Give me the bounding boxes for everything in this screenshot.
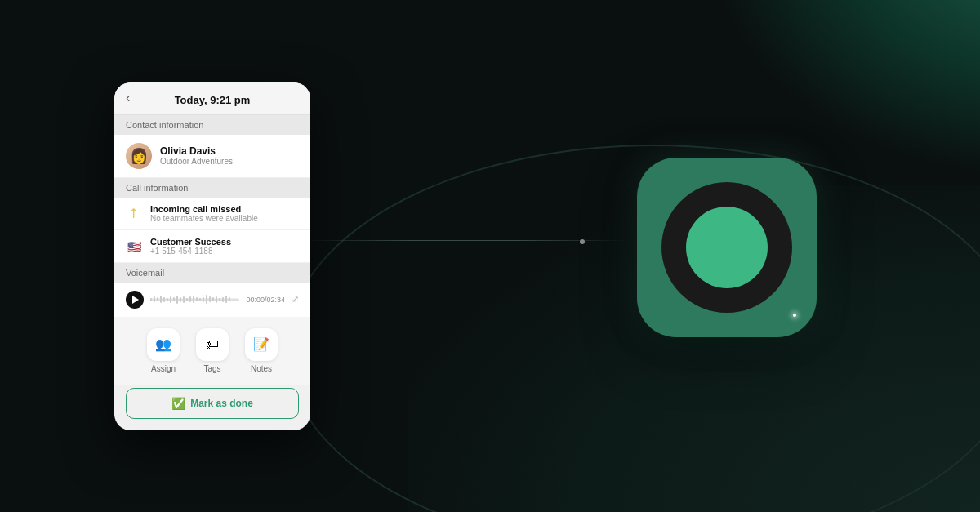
number-sub: +1 515-454-1188	[150, 247, 231, 256]
actions-row: 👥 Assign 🏷 Tags 📝 Notes	[114, 317, 310, 385]
play-icon	[132, 296, 139, 304]
waveform-bar	[216, 296, 217, 303]
contact-company: Outdoor Adventures	[160, 157, 233, 166]
card-title: Today, 9:21 pm	[175, 94, 251, 106]
number-main: Customer Success	[150, 237, 231, 247]
waveform-bar	[170, 296, 172, 303]
contact-row: 👩 Olivia Davis Outdoor Adventures	[114, 135, 310, 178]
waveform-bar	[225, 296, 227, 303]
waveform-bar	[199, 298, 201, 301]
assign-icon: 👥	[147, 328, 180, 361]
sparkle-icon	[793, 314, 796, 317]
waveform-bar	[193, 296, 194, 303]
back-button[interactable]: ‹	[126, 91, 130, 105]
checkmark-icon: ✅	[172, 397, 185, 410]
voicemail-player: 00:00/02:34 ⤢	[114, 283, 310, 317]
contact-info: Olivia Davis Outdoor Adventures	[160, 145, 233, 166]
waveform-bar	[154, 296, 155, 302]
number-row: 🇺🇸 Customer Success +1 515-454-1188	[114, 230, 310, 263]
avatar-face: 👩	[130, 147, 148, 165]
bg-curve	[286, 145, 980, 512]
call-section-label: Call information	[114, 178, 310, 198]
missed-call-sub: No teammates were available	[150, 214, 258, 223]
waveform-bar	[219, 298, 220, 301]
waveform-bar	[209, 296, 211, 302]
card-header: ‹ Today, 9:21 pm	[114, 82, 310, 115]
waveform-bar	[203, 297, 204, 302]
missed-arrow-icon: ↙	[125, 204, 144, 223]
waveform-bar	[206, 295, 207, 304]
mark-done-label: Mark as done	[190, 398, 253, 409]
notes-button[interactable]: 📝 Notes	[245, 328, 278, 373]
number-info: Customer Success +1 515-454-1188	[150, 237, 231, 256]
assign-label: Assign	[151, 364, 176, 373]
waveform-bar	[173, 297, 175, 301]
missed-call-icon: ↙	[126, 206, 142, 222]
waveform-bar	[160, 296, 162, 303]
app-icon-inner-circle	[686, 207, 768, 288]
waveform-bar	[157, 297, 158, 301]
waveform-bar	[167, 298, 168, 301]
missed-call-info: Incoming call missed No teammates were a…	[150, 204, 258, 223]
waveform-bar	[229, 297, 230, 301]
assign-button[interactable]: 👥 Assign	[147, 328, 180, 373]
phone-card: ‹ Today, 9:21 pm Contact information 👩 O…	[114, 82, 310, 430]
waveform-bar	[212, 297, 214, 301]
contact-section-label: Contact information	[114, 115, 310, 135]
waveform-bar	[180, 297, 181, 302]
connection-dot-right	[580, 239, 585, 244]
waveform-bar	[222, 297, 224, 302]
tags-button[interactable]: 🏷 Tags	[196, 328, 229, 373]
waveform-bar	[196, 297, 198, 301]
play-button[interactable]	[126, 291, 144, 309]
waveform-bar	[189, 296, 191, 302]
voicemail-section-label: Voicemail	[114, 263, 310, 283]
mark-done-button[interactable]: ✅ Mark as done	[126, 388, 299, 419]
voicemail-time: 00:00/02:34	[246, 296, 285, 304]
app-icon-container	[637, 158, 817, 337]
contact-name: Olivia Davis	[160, 145, 233, 157]
tags-icon: 🏷	[196, 328, 229, 361]
avatar: 👩	[126, 143, 152, 169]
waveform-bar	[183, 296, 185, 303]
bg-glow-top-right	[702, 0, 980, 180]
missed-call-row: ↙ Incoming call missed No teammates were…	[114, 198, 310, 230]
notes-icon: 📝	[245, 328, 278, 361]
tags-label: Tags	[203, 364, 220, 373]
waveform-bar	[163, 297, 165, 302]
missed-call-main: Incoming call missed	[150, 204, 258, 214]
notes-label: Notes	[251, 364, 272, 373]
expand-icon[interactable]: ⤢	[292, 294, 299, 305]
app-icon-outer-ring	[662, 182, 792, 313]
flag-icon: 🇺🇸	[126, 238, 142, 255]
waveform-bar	[176, 296, 178, 304]
waveform-bar	[186, 298, 188, 301]
waveform	[150, 294, 239, 305]
waveform-bar	[150, 298, 152, 301]
app-icon	[637, 158, 817, 337]
